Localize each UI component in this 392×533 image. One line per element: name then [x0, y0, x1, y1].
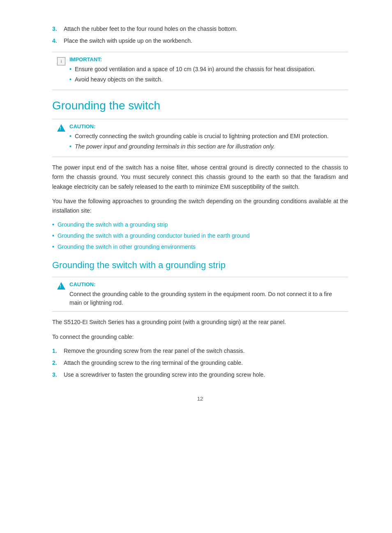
strip-steps-list: 1. Remove the grounding screw from the r… [52, 347, 348, 379]
top-steps-list: 3. Attach the rubber feet to the four ro… [52, 25, 348, 45]
grounding-link-1: Grounding the switch with a grounding st… [52, 220, 348, 229]
page-number: 12 [52, 396, 348, 402]
strip-body-2: To connect the grounding cable: [52, 332, 348, 342]
important-icon-img: i [57, 57, 65, 65]
caution-strip-content: CAUTION: Connect the grounding cable to … [69, 281, 343, 307]
strip-step-3: 3. Use a screwdriver to fasten the groun… [52, 371, 348, 379]
grounding-body-1: The power input end of the switch has a … [52, 163, 348, 191]
strip-step-3-text: Use a screwdriver to fasten the groundin… [64, 371, 265, 379]
important-bullets: Ensure good ventilation and a space of 1… [69, 65, 343, 84]
important-icon: i [57, 57, 65, 65]
caution-triangle-1 [57, 124, 65, 132]
grounding-body-2: You have the following approaches to gro… [52, 197, 348, 216]
step-4-text: Place the switch with upside up on the w… [64, 37, 192, 45]
important-label: IMPORTANT: [69, 56, 343, 63]
strip-step-1: 1. Remove the grounding screw from the r… [52, 347, 348, 355]
caution-icon-2 [57, 282, 65, 290]
caution-grounding-bullets: Correctly connecting the switch groundin… [69, 132, 343, 151]
grounding-link-3-anchor[interactable]: Grounding the switch in other grounding … [58, 243, 196, 251]
caution-icon-1 [57, 124, 65, 132]
caution-triangle-2 [57, 282, 65, 290]
grounding-link-2: Grounding the switch with a grounding co… [52, 232, 348, 240]
important-notice: i IMPORTANT: Ensure good ventilation and… [52, 52, 348, 90]
section-grounding-heading: Grounding the switch [52, 98, 348, 113]
section-grounding-strip-heading: Grounding the switch with a grounding st… [52, 260, 348, 271]
caution-grounding: CAUTION: Correctly connecting the switch… [52, 119, 348, 157]
grounding-link-1-anchor[interactable]: Grounding the switch with a grounding st… [58, 220, 168, 229]
caution-grounding-strip: CAUTION: Connect the grounding cable to … [52, 277, 348, 312]
important-bullet-1: Ensure good ventilation and a space of 1… [69, 65, 343, 74]
step-3-text: Attach the rubber feet to the four round… [64, 25, 238, 33]
caution-grounding-content: CAUTION: Correctly connecting the switch… [69, 123, 343, 153]
step-4: 4. Place the switch with upside up on th… [52, 37, 348, 45]
step-3: 3. Attach the rubber feet to the four ro… [52, 25, 348, 33]
page-container: 3. Attach the rubber feet to the four ro… [19, 0, 373, 426]
caution-bullet-1: Correctly connecting the switch groundin… [69, 132, 343, 141]
strip-step-3-num: 3. [52, 371, 64, 379]
caution-grounding-label: CAUTION: [69, 123, 343, 130]
caution-bullet-2: The power input and grounding terminals … [69, 142, 343, 151]
caution-strip-label: CAUTION: [69, 281, 343, 287]
strip-step-1-text: Remove the grounding screw from the rear… [64, 347, 244, 355]
important-bullet-2: Avoid heavy objects on the switch. [69, 75, 343, 84]
strip-body-1: The S5120-EI Switch Series has a groundi… [52, 317, 348, 327]
strip-step-1-num: 1. [52, 347, 64, 355]
strip-step-2-text: Attach the grounding screw to the ring t… [64, 359, 243, 367]
step-4-num: 4. [52, 37, 64, 45]
strip-step-2: 2. Attach the grounding screw to the rin… [52, 359, 348, 367]
grounding-link-2-anchor[interactable]: Grounding the switch with a grounding co… [58, 232, 250, 240]
caution-strip-text: Connect the grounding cable to the groun… [69, 290, 343, 307]
important-content: IMPORTANT: Ensure good ventilation and a… [69, 56, 343, 86]
grounding-links-list: Grounding the switch with a grounding st… [52, 220, 348, 251]
grounding-link-3: Grounding the switch in other grounding … [52, 243, 348, 251]
step-3-num: 3. [52, 25, 64, 33]
strip-step-2-num: 2. [52, 359, 64, 367]
